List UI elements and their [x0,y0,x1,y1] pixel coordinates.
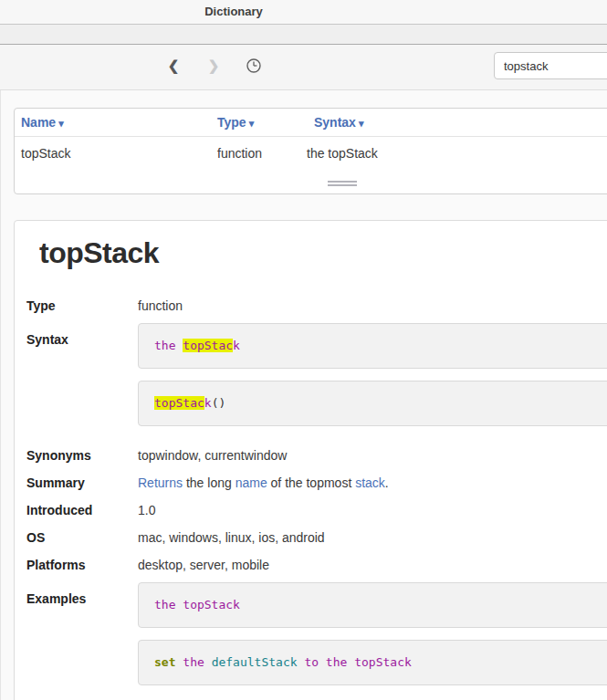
platforms-row: Platforms desktop, server, mobile [15,551,607,579]
example-blocks: the topStack set the defaultStack to the… [138,582,607,697]
os-row: OS mac, windows, linux, ios, android [15,524,607,551]
entry-title: topStack [39,234,607,272]
back-arrow-icon: ❮ [168,57,180,73]
summary-value: Returns the long name of the topmost sta… [138,475,607,490]
forward-button[interactable]: ❯ [204,55,223,77]
resize-handle[interactable] [328,181,357,188]
sort-caret-icon: ▾ [58,118,64,129]
column-header-name[interactable]: Name▾ [21,109,64,137]
sort-caret-icon: ▾ [249,118,255,129]
column-header-syntax-label: Syntax [314,115,356,130]
introduced-row: Introduced 1.0 [15,496,607,524]
summary-label: Summary [26,475,138,490]
menu-strip [0,25,607,45]
code-block-example-2: set the defaultStack to the topStack [138,640,607,685]
results-table: Name▾ Type▾ Syntax▾ topStack function th… [14,108,607,194]
introduced-label: Introduced [26,503,138,517]
summary-link[interactable]: Returns [138,475,183,490]
code-block-syntax-2: topStack() [138,381,607,426]
introduced-value: 1.0 [138,503,607,517]
syntax-row: Syntax the topStack topStack() [15,319,607,438]
examples-label: Examples [26,582,138,697]
column-header-name-label: Name [21,115,56,130]
history-button[interactable] [246,57,262,74]
dictionary-window: Dictionary ❮ ❯ Name▾ Type▾ [0,0,607,700]
platforms-value: desktop, server, mobile [138,558,607,572]
synonyms-label: Synonyms [26,448,138,463]
panel-left-edge [0,90,1,700]
type-label: Type [26,298,138,313]
type-row: Type function [15,292,607,319]
summary-link[interactable]: stack [355,475,385,490]
row-cell-name: topStack [21,137,70,170]
row-cell-syntax: the topStack [307,137,378,170]
os-value: mac, windows, linux, ios, android [138,530,607,545]
entry-panel: topStack Type function Syntax the topSta… [14,220,607,700]
table-row[interactable]: topStack function the topStack [15,137,607,166]
synonyms-value: topwindow, currentwindow [138,448,607,463]
code-block-example-1: the topStack [138,582,607,628]
platforms-label: Platforms [26,558,138,572]
forward-arrow-icon: ❯ [208,57,220,73]
syntax-blocks: the topStack topStack() [138,323,607,438]
column-header-syntax[interactable]: Syntax▾ [314,109,363,137]
search-input[interactable] [494,52,607,79]
syntax-label: Syntax [26,323,138,438]
column-header-type[interactable]: Type▾ [217,109,254,137]
entry-rows: Type function Syntax the topStack topSta… [15,292,607,697]
type-value: function [138,298,607,313]
summary-link[interactable]: name [235,475,267,490]
row-cell-type: function [217,137,262,170]
back-button[interactable]: ❮ [164,55,183,77]
results-header-row: Name▾ Type▾ Syntax▾ [15,109,607,137]
examples-row: Examples the topStack set the defaultSta… [15,579,607,697]
summary-row: Summary Returns the long name of the top… [15,469,607,496]
history-clock-icon [246,57,262,74]
synonyms-row: Synonyms topwindow, currentwindow [15,442,607,469]
sort-caret-icon: ▾ [359,118,364,129]
code-block-syntax-1: the topStack [138,323,607,369]
title-bar: Dictionary [0,0,607,25]
column-header-type-label: Type [217,115,246,130]
nav-toolbar: ❮ ❯ [0,45,607,90]
os-label: OS [26,530,138,545]
window-title: Dictionary [204,0,263,24]
